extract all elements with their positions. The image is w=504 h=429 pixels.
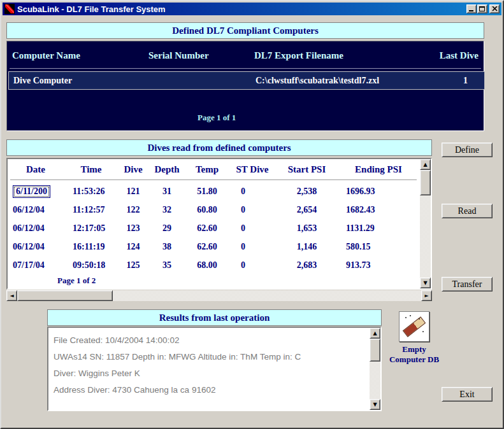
results-line: UWAs14 SN: 11857 Depth in: MFWG Altitude… [54,349,370,365]
st-dive-cell: 0 [228,260,277,271]
table-row[interactable]: 06/12/04 11:12:57 122 32 60.80 0 2,654 1… [8,200,420,219]
st-dive-cell: 0 [228,223,277,234]
depth-cell: 32 [148,205,186,215]
last-dive-cell: 1 [433,76,484,86]
scrollbar-thumb[interactable] [17,290,113,301]
scroll-right-button[interactable]: ► [421,290,432,301]
dives-table-body: Date Time Dive Depth Temp ST Dive Start … [8,159,420,288]
start-psi-cell: 1,653 [277,223,337,234]
temp-cell: 51.80 [186,186,228,197]
st-dive-cell: 0 [228,186,277,197]
speck-dot [419,318,420,320]
column-st-dive: ST Dive [228,164,277,175]
transfer-button[interactable]: Transfer [442,277,493,292]
results-line: File Created: 10/4/2004 14:00:02 [54,332,370,349]
start-psi-cell: 2,654 [277,205,337,215]
computer-name-cell: Dive Computer [9,76,145,86]
results-line: Diver: Wiggins Peter K [54,365,370,382]
dives-page-indicator: Page 1 of 2 [57,276,96,286]
empty-label-line1: Empty [382,344,446,355]
dives-section-title: Dives read from defined computers [147,143,291,153]
maximize-button[interactable] [477,4,487,13]
scroll-left-button[interactable]: ◄ [6,290,17,301]
date-cell: 06/12/04 [8,242,64,252]
depth-cell: 31 [148,186,186,197]
empty-label-line2: Computer DB [382,355,446,365]
dive-cell: 124 [119,242,148,252]
app-window: ScubaLink - DL7 File Transfer System Def… [0,0,504,429]
time-cell: 16:11:19 [64,242,119,252]
table-row[interactable]: 6/11/200 11:53:26 121 31 51.80 0 2,538 1… [8,182,420,200]
column-export-filename: DL7 Export Filename [249,50,431,61]
column-date: Date [8,164,64,175]
define-button[interactable]: Define [442,143,493,157]
app-logo-icon [4,4,15,14]
ending-psi-cell: 580.15 [337,242,420,252]
dives-column-headers: Date Time Dive Depth Temp ST Dive Start … [8,164,420,175]
speck-dot [405,317,407,318]
date-edit-field[interactable]: 6/11/200 [13,185,50,198]
read-button[interactable]: Read [442,204,493,218]
header-divider [10,179,417,180]
date-cell: 07/17/04 [8,260,64,271]
table-row[interactable]: 07/17/04 09:50:18 125 35 68.00 0 2,683 9… [8,256,420,274]
computers-page-indicator: Page 1 of 1 [7,113,426,123]
computers-section-header: Defined DL7 Compliant Computers [6,22,484,39]
column-serial-number: Serial Number [143,50,249,61]
scrollbar-thumb[interactable] [370,339,380,362]
date-cell[interactable]: 6/11/200 [8,185,64,198]
scrollbar-thumb[interactable] [420,170,431,195]
computers-column-headers: Computer Name Serial Number DL7 Export F… [7,50,484,61]
time-cell: 11:53:26 [64,186,119,197]
minimize-button[interactable] [466,4,477,13]
temp-cell: 62.60 [186,242,228,252]
column-time: Time [64,164,119,175]
ending-psi-cell: 1682.43 [337,205,420,215]
results-text: File Created: 10/4/2004 14:00:02 UWAs14 … [48,328,370,410]
exit-button[interactable]: Exit [442,387,493,402]
close-button[interactable] [489,4,500,13]
results-panel: File Created: 10/4/2004 14:00:02 UWAs14 … [47,327,382,411]
column-temp: Temp [186,164,228,175]
results-vertical-scrollbar[interactable]: ▲ ▼ [370,328,380,410]
maximize-icon [479,6,485,11]
eraser-icon [403,316,426,337]
empty-computer-db-button[interactable] [399,311,429,342]
arrow-down-icon: ▼ [423,280,427,286]
time-cell: 09:50:18 [64,260,119,271]
dives-table: Date Time Dive Depth Temp ST Dive Start … [6,158,432,290]
arrow-right-icon: ► [424,293,428,299]
table-row[interactable]: 06/12/04 16:11:19 124 38 62.60 0 1,146 5… [8,237,420,256]
speck-dot [422,331,424,332]
computer-row-selected[interactable]: Dive Computer C:\clwstuff\scubatrak\test… [8,71,485,90]
arrow-down-icon: ▼ [373,402,377,407]
ending-psi-cell: 1696.93 [337,186,420,197]
computers-section-title: Defined DL7 Compliant Computers [172,25,319,36]
st-dive-cell: 0 [228,205,277,215]
arrow-up-icon: ▲ [423,162,427,167]
dives-vertical-scrollbar[interactable]: ▲ ▼ [420,159,431,288]
st-dive-cell: 0 [228,242,277,252]
ending-psi-cell: 913.73 [337,260,420,271]
depth-cell: 29 [148,223,186,234]
time-cell: 11:12:57 [64,205,119,215]
scroll-down-button[interactable]: ▼ [370,399,380,410]
date-cell: 06/12/04 [8,205,64,215]
time-cell: 12:17:05 [64,223,119,234]
depth-cell: 35 [148,260,186,271]
temp-cell: 60.80 [186,205,228,215]
scroll-down-button[interactable]: ▼ [420,278,431,288]
start-psi-cell: 2,683 [277,260,337,271]
scroll-up-button[interactable]: ▲ [420,159,431,170]
dives-horizontal-scrollbar[interactable]: ◄ ► [6,290,432,301]
close-icon [492,6,498,11]
column-start-psi: Start PSI [277,164,337,175]
arrow-left-icon: ◄ [10,293,13,299]
table-row[interactable]: 06/12/04 12:17:05 123 29 62.60 0 1,653 1… [8,219,420,237]
start-psi-cell: 2,538 [277,186,337,197]
empty-computer-db-label[interactable]: Empty Computer DB [382,344,446,365]
dives-rows: 6/11/200 11:53:26 121 31 51.80 0 2,538 1… [8,182,420,274]
scroll-up-button[interactable]: ▲ [370,328,380,339]
arrow-up-icon: ▲ [373,330,377,336]
dive-cell: 121 [119,186,148,197]
